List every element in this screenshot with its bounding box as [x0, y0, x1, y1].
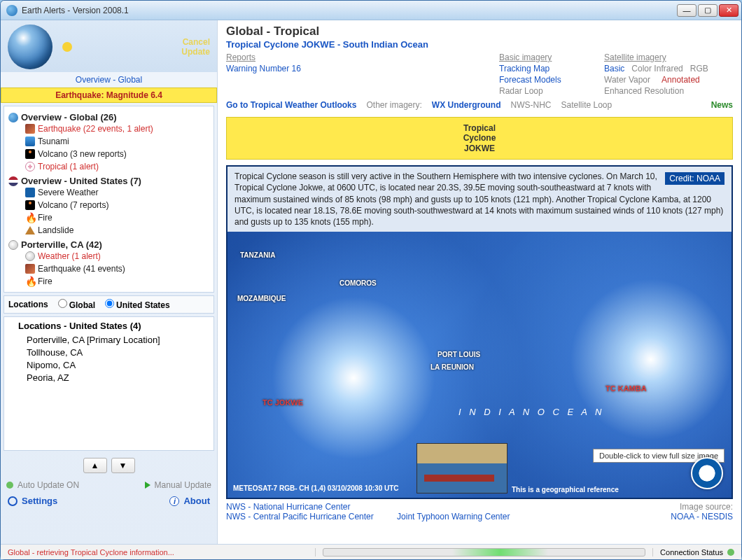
app-window: Earth Alerts - Version 2008.1 — ▢ ✕ Canc… — [0, 0, 742, 560]
tree-item[interactable]: Volcano (3 new reports) — [8, 148, 209, 160]
label-tc-jokwe: TC JOKWE — [262, 398, 303, 407]
status-message: Global - retrieving Tropical Cyclone inf… — [1, 548, 316, 556]
settings-link[interactable]: Settings — [22, 496, 57, 506]
status-dot-icon — [6, 482, 13, 489]
nav-buttons: ▲ ▼ — [1, 454, 217, 477]
us-icon — [8, 176, 18, 186]
cancel-update-link[interactable]: Cancel Update — [72, 37, 210, 57]
sat-rgb-link[interactable]: RGB — [690, 64, 708, 74]
tree-group[interactable]: Overview - United States (7) — [8, 176, 209, 186]
landslide-icon — [25, 226, 35, 234]
sat-loop-link[interactable]: Satellite Loop — [561, 100, 612, 110]
cancel-text: Cancel — [72, 37, 210, 47]
cphc-link[interactable]: NWS - Central Pacific Hurricane Center — [226, 512, 374, 522]
sat-wv-link[interactable]: Water Vapor — [604, 75, 650, 85]
scope-global-radio[interactable]: Global — [52, 299, 95, 310]
footer-links: NWS - National Hurricane Center NWS - Ce… — [226, 499, 733, 522]
geo-text: This is a geographical reference — [512, 486, 619, 493]
window-title: Earth Alerts - Version 2008.1 — [22, 6, 676, 15]
report-link[interactable]: Warning Number 16 — [226, 64, 492, 74]
tree-item[interactable]: Severe Weather — [8, 186, 209, 199]
statusbar: Global - retrieving Tropical Cyclone inf… — [1, 544, 741, 559]
manual-update-link[interactable]: Manual Update — [155, 480, 211, 490]
auto-update-label: Auto Update ON — [18, 480, 79, 490]
sat-enh-link[interactable]: Enhanced Resolution — [604, 86, 733, 96]
progress-bar — [323, 548, 645, 556]
location-item[interactable]: Peoria, AZ — [18, 372, 208, 384]
label-tc-kamba: TC KAMBA — [606, 384, 647, 393]
news-link[interactable]: News — [711, 100, 733, 110]
satellite-description: Credit: NOAA Tropical Cyclone season is … — [227, 167, 732, 232]
label-lareunion: LA REUNION — [430, 363, 474, 371]
alert-banner[interactable]: Earthquake: Magnitude 6.4 — [1, 88, 217, 103]
globe-icon — [8, 24, 52, 69]
sat-imagery-header: Satellite imagery — [604, 52, 733, 62]
image-source-link[interactable]: NOAA - NESDIS — [671, 512, 733, 522]
tree-group[interactable]: Overview - Global (26) — [8, 112, 209, 122]
titlebar: Earth Alerts - Version 2008.1 — ▢ ✕ — [1, 1, 741, 20]
tree-item[interactable]: Volcano (7 reports) — [8, 199, 209, 211]
tracking-map-link[interactable]: Tracking Map — [499, 64, 597, 74]
overview-link[interactable]: Overview - Global — [1, 72, 217, 88]
tree-group[interactable]: Porterville, CA (42) — [8, 239, 209, 250]
reports-header: Reports — [226, 52, 492, 62]
nhc-link[interactable]: NWS - National Hurricane Center — [226, 502, 510, 512]
left-panel: Cancel Update Overview - Global Earthqua… — [1, 20, 218, 544]
weather-icon — [8, 240, 18, 250]
cyclone-label[interactable]: TropicalCycloneJOKWE — [226, 117, 733, 160]
content-area: Cancel Update Overview - Global Earthqua… — [1, 20, 741, 544]
tree-item[interactable]: Earthquake (41 events) — [8, 262, 209, 275]
page-title: Global - Tropical — [226, 24, 733, 38]
nav-up-button[interactable]: ▲ — [83, 458, 107, 473]
close-button[interactable]: ✕ — [719, 4, 738, 17]
maximize-button[interactable]: ▢ — [698, 4, 718, 17]
update-text: Update — [72, 47, 210, 57]
update-status-row: Auto Update ON Manual Update — [1, 477, 217, 493]
minimize-button[interactable]: — — [677, 4, 696, 17]
tsunami-icon — [25, 136, 35, 146]
tree-item[interactable]: 🔥Fire — [8, 211, 209, 224]
locations-label: Locations — [8, 300, 48, 309]
tropical-icon — [25, 162, 35, 172]
geo-thumb — [416, 443, 507, 493]
locations-list-title: Locations - United States (4) — [10, 320, 208, 332]
location-item[interactable]: Nipomo, CA — [18, 359, 208, 372]
globe-icon — [8, 113, 18, 122]
sat-annotated-link[interactable]: Annotated — [662, 75, 700, 85]
location-item[interactable]: Tollhouse, CA — [18, 346, 208, 359]
about-link[interactable]: About — [183, 496, 210, 506]
tree-item[interactable]: Landslide — [8, 224, 209, 237]
right-panel: Global - Tropical Tropical Cyclone JOKWE… — [218, 20, 741, 544]
forecast-models-link[interactable]: Forecast Models — [499, 75, 597, 85]
tree-item[interactable]: 🔥Fire — [8, 275, 209, 288]
scope-us-radio[interactable]: United States — [99, 299, 170, 310]
sat-cir-link[interactable]: Color Infrared — [631, 64, 682, 74]
sun-icon — [62, 42, 72, 52]
outlook-link[interactable]: Go to Tropical Weather Outlooks — [226, 100, 356, 110]
image-source-label: Image source: — [671, 502, 733, 512]
label-mozambique: MOZAMBIQUE — [237, 295, 286, 302]
wx-underground-link[interactable]: WX Underground — [432, 100, 501, 110]
settings-row: Settings i About — [1, 493, 217, 512]
info-icon: i — [169, 496, 179, 506]
nws-nhc-link[interactable]: NWS-NHC — [510, 100, 551, 110]
tree-item[interactable]: Tropical (1 alert) — [8, 160, 209, 173]
label-portlouis: PORT LOUIS — [438, 351, 480, 358]
tree-item[interactable]: Earthquake (22 events, 1 alert) — [8, 122, 209, 135]
quake-icon — [25, 124, 35, 134]
fire-icon: 🔥 — [25, 276, 35, 286]
sat-basic-link[interactable]: Basic — [604, 64, 624, 74]
label-ocean: I N D I A N O C E A N — [458, 407, 604, 417]
radar-loop-link[interactable]: Radar Loop — [499, 86, 597, 96]
nav-down-button[interactable]: ▼ — [111, 458, 135, 473]
locations-filter: Locations Global United States — [4, 295, 214, 314]
label-tanzania: TANZANIA — [240, 251, 275, 259]
tree-item[interactable]: Tsunami — [8, 135, 209, 148]
satellite-image[interactable]: TANZANIA MOZAMBIQUE COMOROS PORT LOUIS L… — [227, 232, 732, 498]
play-icon — [145, 482, 150, 489]
location-item[interactable]: Porterville, CA [Primary Location] — [18, 334, 208, 346]
jtwc-link[interactable]: Joint Typhoon Warning Center — [397, 512, 510, 522]
connection-label: Connection Status — [660, 548, 723, 556]
app-icon — [6, 5, 18, 16]
tree-item[interactable]: Weather (1 alert) — [8, 250, 209, 262]
